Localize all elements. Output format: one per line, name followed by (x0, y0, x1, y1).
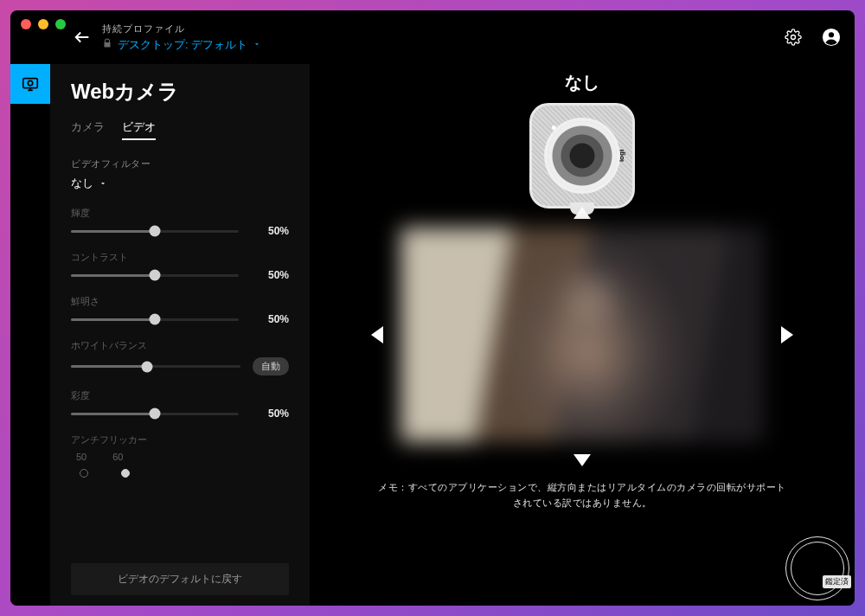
saturation-label: 彩度 (71, 389, 289, 402)
top-bar: 持続プロファイル デスクトップ: デフォルト (10, 10, 855, 64)
preview-down-button[interactable] (573, 454, 591, 466)
sidebar-tabs: カメラ ビデオ (71, 119, 289, 140)
filter-value: なし (71, 176, 93, 191)
camera-preview (400, 228, 764, 442)
profile-value: デスクトップ: デフォルト (118, 37, 247, 53)
watermark-stamp: 鑑定済 (780, 531, 855, 606)
chevron-down-icon (99, 177, 107, 190)
preview-filter-name: なし (565, 71, 599, 94)
contrast-value: 50% (251, 269, 289, 281)
sharpness-label: 鮮明さ (71, 295, 289, 308)
antiflicker-radio-50[interactable] (80, 469, 88, 478)
content-area: Webカメラ カメラ ビデオ ビデオフィルター なし 輝度 50% コントラスト (10, 64, 855, 606)
antiflicker-label: アンチフリッカー (71, 433, 289, 446)
main-panel: なし logi メモ：すべてのアプリケーションで、縦方向またはリアルタイムのカメ… (310, 64, 855, 606)
chevron-down-icon (253, 38, 261, 51)
preview-wrap (400, 228, 764, 442)
preview-right-button[interactable] (781, 326, 793, 343)
brightness-group: 輝度 50% (71, 207, 289, 237)
contrast-label: コントラスト (71, 251, 289, 264)
stamp-text: 鑑定済 (823, 575, 851, 588)
contrast-slider[interactable] (71, 274, 239, 277)
top-icons (782, 26, 843, 48)
whitebalance-label: ホワイトバランス (71, 339, 289, 352)
camera-device-graphic: logi (529, 103, 635, 209)
antiflicker-values: 50 60 (76, 452, 289, 462)
antiflicker-opt-50-label: 50 (76, 452, 86, 462)
preview-up-button[interactable] (573, 207, 591, 219)
tab-video[interactable]: ビデオ (122, 119, 156, 140)
reset-video-defaults-button[interactable]: ビデオのデフォルトに戻す (71, 563, 289, 595)
user-icon (822, 28, 841, 47)
sidebar-panel: Webカメラ カメラ ビデオ ビデオフィルター なし 輝度 50% コントラスト (50, 64, 310, 606)
profile-block: 持続プロファイル デスクトップ: デフォルト (102, 22, 261, 53)
video-filter-dropdown[interactable]: なし (71, 176, 289, 191)
sharpness-value: 50% (251, 313, 289, 325)
sharpness-slider[interactable] (71, 318, 239, 321)
tab-camera[interactable]: カメラ (71, 119, 105, 140)
svg-point-5 (28, 80, 33, 86)
sharpness-group: 鮮明さ 50% (71, 295, 289, 325)
whitebalance-auto-badge[interactable]: 自動 (253, 357, 289, 375)
back-button[interactable] (71, 26, 93, 48)
rail-webcam-button[interactable] (10, 64, 50, 104)
antiflicker-opt-60-label: 60 (112, 452, 123, 462)
camera-brand-label: logi (617, 150, 625, 162)
left-rail (10, 64, 50, 606)
saturation-slider[interactable] (71, 413, 239, 415)
webcam-icon (21, 74, 40, 93)
gear-icon (785, 29, 802, 46)
window-traffic-lights (21, 19, 66, 29)
whitebalance-slider[interactable] (71, 365, 240, 368)
svg-rect-4 (23, 79, 38, 88)
saturation-value: 50% (251, 407, 289, 420)
maximize-window-button[interactable] (55, 19, 66, 29)
minimize-window-button[interactable] (38, 19, 48, 29)
preview-note: メモ：すべてのアプリケーションで、縦方向またはリアルタイムのカメラの回転がサポー… (375, 480, 790, 510)
filter-label: ビデオフィルター (71, 157, 289, 170)
lock-icon (102, 38, 112, 51)
app-window: 持続プロファイル デスクトップ: デフォルト (10, 10, 855, 606)
antiflicker-radio-60[interactable] (121, 469, 130, 478)
sidebar-title: Webカメラ (71, 78, 289, 106)
brightness-value: 50% (251, 225, 289, 237)
profile-label: 持続プロファイル (102, 22, 261, 35)
settings-button[interactable] (782, 26, 804, 48)
svg-point-1 (791, 35, 796, 40)
contrast-group: コントラスト 50% (71, 251, 289, 281)
whitebalance-group: ホワイトバランス 自動 (71, 339, 289, 375)
preview-left-button[interactable] (371, 326, 383, 343)
brightness-slider[interactable] (71, 230, 239, 233)
svg-point-3 (829, 32, 834, 37)
close-window-button[interactable] (21, 19, 31, 29)
brightness-label: 輝度 (71, 207, 289, 220)
account-button[interactable] (820, 26, 843, 48)
saturation-group: 彩度 50% (71, 389, 289, 420)
profile-selector[interactable]: デスクトップ: デフォルト (102, 37, 261, 53)
